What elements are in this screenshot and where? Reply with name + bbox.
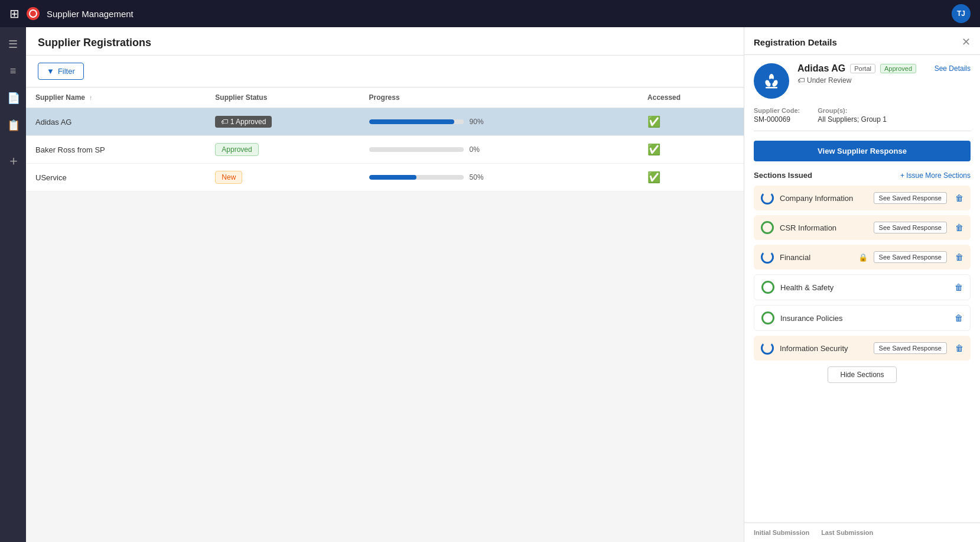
check-icon: ✅: [647, 171, 660, 183]
page-title: Supplier Registrations: [38, 37, 732, 49]
top-nav: ⊞ Supplier Management TJ: [0, 0, 980, 27]
sort-arrow-icon: ↑: [89, 95, 92, 101]
filter-icon: ▼: [47, 67, 54, 76]
supplier-name-cell: UService: [26, 164, 206, 192]
sidebar-icon-add[interactable]: ＋: [2, 147, 24, 174]
hide-sections-button[interactable]: Hide Sections: [828, 366, 896, 383]
section-name-label: CSR Information: [780, 223, 868, 232]
delete-section-icon[interactable]: 🗑: [955, 343, 963, 353]
toolbar: ▼ Filter: [26, 56, 744, 87]
groups-label: Group(s):: [818, 107, 887, 114]
section-name-label: Information Security: [780, 344, 868, 353]
sections-list: Company InformationSee Saved Response🗑CS…: [754, 186, 971, 361]
tag-icon: 🏷: [797, 76, 805, 85]
table-header-row: Supplier Name ↑ Supplier Status Progress…: [26, 87, 744, 108]
sidebar-icon-list[interactable]: ≡: [2, 60, 24, 82]
supplier-name-row: Adidas AG Portal Approved See Details: [797, 63, 971, 74]
sidebar-icon-doc[interactable]: 📄: [2, 87, 24, 109]
page-header: Supplier Registrations: [26, 27, 744, 56]
supplier-status-cell: 🏷 1 Approved: [206, 108, 359, 136]
supplier-meta: Supplier Code: SM-000069 Group(s): All S…: [754, 107, 971, 131]
delete-section-icon[interactable]: 🗑: [955, 223, 963, 232]
progress-label: 0%: [470, 145, 487, 154]
progress-bar-bg: [369, 119, 464, 124]
supplier-code-item: Supplier Code: SM-000069: [754, 107, 800, 124]
sidebar-icon-menu[interactable]: ☰: [2, 33, 24, 56]
user-avatar[interactable]: TJ: [952, 4, 971, 23]
panel-title: Registration Details: [754, 37, 837, 47]
sidebar-icon-doc2[interactable]: 📋: [2, 114, 24, 137]
panel-footer: Initial Submission Last Submission: [744, 522, 980, 542]
sidebar: ☰ ≡ 📄 📋 ＋: [0, 27, 26, 542]
progress-label: 90%: [470, 118, 487, 126]
delete-section-icon[interactable]: 🗑: [955, 313, 963, 323]
delete-section-icon[interactable]: 🗑: [955, 193, 963, 203]
progress-bar-wrap: 50%: [369, 173, 629, 181]
section-spinner-icon: [761, 342, 774, 355]
close-icon[interactable]: ✕: [962, 35, 971, 48]
section-check-icon: [761, 311, 774, 324]
section-item: Health & Safety🗑: [754, 274, 971, 300]
panel-body: Adidas AG Portal Approved See Details 🏷 …: [744, 55, 980, 522]
under-review-row: 🏷 Under Review: [797, 76, 971, 85]
adidas-logo-svg: [760, 69, 783, 93]
col-accessed: Accessed: [638, 87, 744, 108]
main-layout: ☰ ≡ 📄 📋 ＋ Supplier Registrations ▼ Filte…: [0, 27, 980, 542]
supplier-name-cell: Baker Ross from SP: [26, 136, 206, 164]
supplier-table: Supplier Name ↑ Supplier Status Progress…: [26, 87, 744, 192]
see-saved-response-button[interactable]: See Saved Response: [874, 342, 947, 354]
see-saved-response-button[interactable]: See Saved Response: [874, 192, 947, 204]
table-row[interactable]: Baker Ross from SPApproved 0% ✅: [26, 136, 744, 164]
last-submission-item: Last Submission: [821, 529, 873, 536]
progress-cell: 50%: [360, 164, 638, 192]
table-row[interactable]: Adidas AG🏷 1 Approved 90% ✅: [26, 108, 744, 136]
issue-more-sections-link[interactable]: + Issue More Sections: [900, 171, 971, 180]
supplier-logo: [754, 63, 789, 99]
section-name-label: Insurance Policies: [780, 314, 946, 323]
panel-header: Registration Details ✕: [744, 27, 980, 55]
progress-label: 50%: [470, 173, 487, 181]
supplier-code-label: Supplier Code:: [754, 107, 800, 114]
section-item: Information SecuritySee Saved Response🗑: [754, 336, 971, 361]
under-review-label: Under Review: [807, 76, 851, 85]
progress-bar-fill: [369, 119, 454, 124]
initial-submission-item: Initial Submission: [754, 529, 809, 536]
accessed-cell: ✅: [638, 136, 744, 164]
filter-button[interactable]: ▼ Filter: [38, 63, 84, 80]
progress-bar-bg: [369, 175, 464, 180]
table-row[interactable]: UServiceNew 50% ✅: [26, 164, 744, 192]
see-saved-response-button[interactable]: See Saved Response: [874, 251, 947, 263]
last-submission-label: Last Submission: [821, 529, 873, 536]
sections-issued-label: Sections Issued: [754, 171, 812, 180]
svg-point-4: [769, 79, 774, 83]
delete-section-icon[interactable]: 🗑: [955, 252, 963, 262]
progress-cell: 90%: [360, 108, 638, 136]
portal-badge: Portal: [850, 64, 875, 73]
supplier-status-cell: New: [206, 164, 359, 192]
delete-section-icon[interactable]: 🗑: [955, 283, 963, 292]
supplier-name-block: Adidas AG Portal Approved See Details 🏷 …: [797, 63, 971, 85]
initial-submission-label: Initial Submission: [754, 529, 809, 536]
see-details-link[interactable]: See Details: [935, 64, 971, 73]
supplier-status-cell: Approved: [206, 136, 359, 164]
check-icon: ✅: [647, 144, 660, 155]
view-supplier-response-button[interactable]: View Supplier Response: [754, 141, 971, 161]
accessed-cell: ✅: [638, 164, 744, 192]
section-item: Financial🔒See Saved Response🗑: [754, 245, 971, 270]
supplier-info: Adidas AG Portal Approved See Details 🏷 …: [754, 63, 971, 99]
col-supplier-name: Supplier Name ↑: [26, 87, 206, 108]
section-check-icon: [761, 221, 774, 234]
content-area: Supplier Registrations ▼ Filter Supplier…: [26, 27, 744, 542]
section-item: Insurance Policies🗑: [754, 305, 971, 331]
section-item: CSR InformationSee Saved Response🗑: [754, 215, 971, 240]
app-title: Supplier Management: [47, 9, 134, 19]
section-item: Company InformationSee Saved Response🗑: [754, 186, 971, 210]
section-spinner-icon: [761, 251, 774, 264]
right-panel: Registration Details ✕: [744, 27, 980, 542]
see-saved-response-button[interactable]: See Saved Response: [874, 222, 947, 233]
check-icon: ✅: [647, 116, 660, 128]
col-supplier-status: Supplier Status: [206, 87, 359, 108]
grid-icon[interactable]: ⊞: [9, 7, 19, 21]
progress-cell: 0%: [360, 136, 638, 164]
progress-bar-wrap: 90%: [369, 118, 629, 126]
